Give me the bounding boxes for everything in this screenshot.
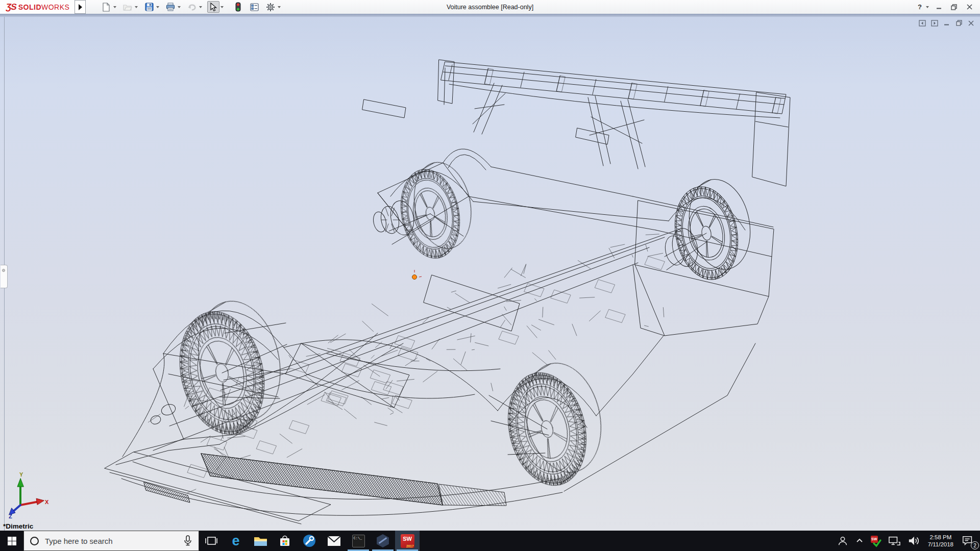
solidworks-resource-monitor[interactable]: SW (867, 531, 885, 551)
menu-flyout-button[interactable] (75, 0, 86, 14)
close-icon (967, 4, 972, 10)
document-close-button[interactable] (967, 19, 975, 27)
store-icon (279, 535, 291, 547)
wrench-circle-icon (303, 534, 316, 547)
document-restore-button[interactable] (955, 19, 963, 27)
taskbar-app-edge[interactable]: e (224, 531, 248, 551)
cortana-icon (30, 537, 39, 545)
new-document-dropdown[interactable] (112, 1, 117, 13)
file-properties-button[interactable] (248, 1, 260, 13)
start-button[interactable] (0, 531, 23, 551)
print-button[interactable] (164, 1, 177, 13)
pinned-apps: e (199, 531, 420, 551)
clock-date: 7/11/2018 (928, 541, 953, 548)
volume-button[interactable] (904, 531, 923, 551)
people-button[interactable] (834, 531, 852, 551)
taskbar-app-solidworks[interactable]: SW2017 (395, 531, 420, 551)
hexagon-app-icon (376, 534, 389, 547)
options-dropdown[interactable] (277, 1, 282, 13)
action-center-button[interactable]: 2 (958, 531, 980, 551)
document-close-icon (968, 20, 974, 26)
open-folder-icon (123, 3, 132, 11)
solidworks-logo: ƷS SOLIDWORKS (0, 0, 75, 14)
new-document-icon (102, 3, 110, 12)
taskbar-app-command-prompt[interactable]: C:\_ (346, 531, 371, 551)
reference-triad: Y X Z (7, 471, 51, 518)
select-cursor-icon (210, 3, 217, 12)
restore-icon (951, 4, 957, 10)
pane-next-button[interactable] (930, 19, 938, 27)
save-button[interactable] (143, 1, 155, 13)
file-explorer-icon (254, 535, 267, 547)
options-button[interactable] (264, 1, 277, 13)
pane-splitter-tab[interactable] (1, 265, 8, 288)
document-minimize-button[interactable] (943, 19, 950, 27)
system-tray: SW 2:58 PM 7/11/2018 (834, 531, 980, 551)
document-restore-icon (956, 20, 962, 26)
undo-dropdown[interactable] (198, 1, 203, 13)
axis-z-label: Z (9, 513, 12, 518)
task-view-icon (205, 535, 218, 547)
taskbar-app-setup-tool[interactable] (297, 531, 322, 551)
open-dropdown[interactable] (134, 1, 139, 13)
edge-icon: e (232, 534, 239, 548)
title-bar: ƷS SOLIDWORKS (0, 0, 980, 14)
solidworks-logo-works: WORKS (41, 3, 69, 11)
close-button[interactable] (963, 2, 976, 13)
help-button[interactable]: ? (917, 3, 923, 11)
taskbar-search[interactable] (23, 531, 199, 551)
solidworks-2017-icon: SW2017 (401, 534, 414, 548)
solidworks-logo-solid: SOLID (18, 3, 41, 11)
network-icon (888, 535, 900, 546)
taskbar-app-file-explorer[interactable] (248, 531, 273, 551)
minimize-button[interactable] (932, 2, 945, 13)
command-prompt-icon: C:\_ (352, 535, 365, 547)
solidworks-logo-mark: ƷS (5, 2, 17, 12)
origin-marker (412, 270, 422, 280)
undo-icon (187, 3, 197, 11)
windows-logo-icon (8, 537, 16, 545)
print-icon (166, 3, 175, 11)
task-view-button[interactable] (199, 531, 224, 551)
minimize-icon (936, 4, 942, 10)
view-orientation-label: *Dimetric (3, 522, 33, 530)
clock-time: 2:58 PM (929, 534, 951, 541)
network-button[interactable] (885, 531, 904, 551)
green-check-icon (872, 538, 882, 548)
taskbar-clock[interactable]: 2:58 PM 7/11/2018 (923, 531, 958, 551)
save-dropdown[interactable] (155, 1, 160, 13)
taskbar-app-modeling[interactable] (371, 531, 395, 551)
open-button[interactable] (121, 1, 134, 13)
pane-previous-button[interactable] (918, 19, 926, 27)
wireframe-car-model[interactable] (0, 17, 980, 531)
taskbar-app-store[interactable] (273, 531, 297, 551)
axis-y-label: Y (19, 471, 23, 478)
taskbar-app-mail[interactable] (322, 531, 346, 551)
graphics-viewport[interactable]: Y X Z *Dimetric (0, 17, 980, 531)
document-minimize-icon (944, 20, 949, 26)
mail-icon (327, 536, 341, 546)
file-properties-icon (250, 3, 259, 11)
gear-icon (266, 3, 275, 12)
people-icon (837, 535, 848, 546)
save-icon (145, 3, 154, 11)
help-dropdown[interactable] (925, 1, 930, 13)
document-window-controls (918, 19, 975, 27)
rebuild-button[interactable] (232, 1, 244, 13)
select-tool-button[interactable] (207, 1, 219, 13)
search-input[interactable] (45, 537, 177, 545)
chevron-up-icon (855, 537, 864, 545)
undo-button[interactable] (186, 1, 198, 13)
microphone-icon[interactable] (183, 535, 192, 546)
select-tool-dropdown[interactable] (219, 1, 225, 13)
print-dropdown[interactable] (177, 1, 182, 13)
new-document-button[interactable] (100, 1, 112, 13)
sw-resource-monitor-icon: SW (871, 536, 881, 546)
pane-previous-icon (919, 20, 926, 27)
windows-taskbar: e (0, 531, 980, 551)
splitter-grip-icon (2, 269, 5, 272)
hidden-icons-button[interactable] (852, 531, 867, 551)
speaker-icon (908, 535, 920, 546)
axis-x-label: X (45, 499, 49, 505)
restore-button[interactable] (947, 2, 961, 13)
